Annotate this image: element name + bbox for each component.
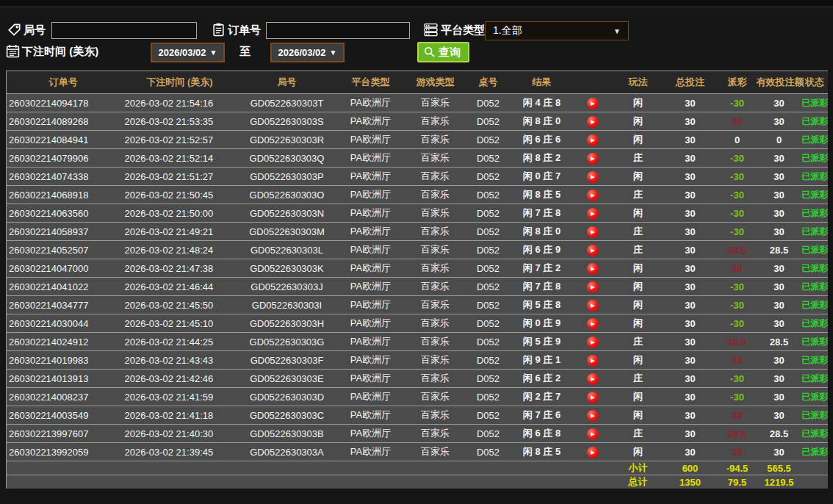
cell-game-type: 百家乐 [407,241,464,259]
cell-round: GD0522630303A [239,443,335,461]
play-video-icon[interactable]: ▶ [587,281,599,293]
play-video-icon[interactable]: ▶ [587,355,599,367]
cell-payout: 28.5 [718,333,757,351]
cell-play: 庄 [614,149,663,168]
cell-round: GD0522630303Q [239,149,335,168]
cell-table-no: D052 [464,351,513,370]
cell-platform: PA欧洲厅 [335,425,407,443]
cell-payout: -30 [718,296,757,314]
cell-bet-time: 2026-03-02 21:51:27 [120,168,239,186]
summary-valid-bet: 1219.5 [757,475,802,489]
cell-round: GD0522630303P [239,168,335,186]
cell-table-no: D052 [464,406,513,425]
round-number-input[interactable] [51,22,197,39]
bet-records-table: 订单号下注时间 (美东)局号平台类型游戏类型桌号结果玩法总投注派彩有效投注额状态… [6,71,828,489]
platform-type-label: 平台类型 [441,24,485,37]
play-video-icon[interactable]: ▶ [587,300,599,312]
cell-bet-time: 2026-03-02 21:40:30 [120,425,239,443]
cell-replay: ▶ [571,314,614,333]
column-header-platform: 平台类型 [335,71,407,94]
cell-payout: -30 [718,370,757,388]
table-row: 2603022140941782026-03-02 21:54:16GD0522… [7,94,828,112]
table-header-row: 订单号下注时间 (美东)局号平台类型游戏类型桌号结果玩法总投注派彩有效投注额状态 [7,71,828,94]
cell-replay: ▶ [571,223,614,241]
cell-payout: -30 [718,186,757,204]
cell-bet-time: 2026-03-02 21:50:00 [120,204,239,223]
cell-valid-bet: 30 [757,278,802,296]
cell-play: 庄 [614,370,663,388]
platform-type-select[interactable]: 1.全部 ▼ [485,21,629,40]
cell-platform: PA欧洲厅 [335,112,407,131]
cell-bet-time: 2026-03-02 21:52:57 [120,131,239,149]
cell-total-bet: 30 [663,406,718,425]
cell-round: GD0522630303J [239,278,335,296]
cell-valid-bet: 30 [757,314,802,333]
cell-status: 已派彩 [802,149,828,168]
cell-order: 260302214047000 [7,259,120,278]
cell-valid-bet: 30 [757,443,802,461]
cell-order: 260302214003549 [7,406,120,425]
play-video-icon[interactable]: ▶ [587,373,599,385]
play-video-icon[interactable]: ▶ [587,171,599,183]
play-video-icon[interactable]: ▶ [587,263,599,275]
cell-platform: PA欧洲厅 [335,241,407,259]
column-header-payout: 派彩 [718,71,757,94]
platform-type-icon [424,23,438,37]
cell-replay: ▶ [571,370,614,388]
filter-bar: 局号 订单号 平台类型 1.全部 ▼ 下注时间 (美东) 2026/03/02 … [0,8,833,71]
cell-bet-time: 2026-03-02 21:44:25 [120,333,239,351]
cell-round: GD0522630303E [239,370,335,388]
play-video-icon[interactable]: ▶ [587,98,599,109]
cell-play: 闲 [614,112,663,131]
column-header-game-type: 游戏类型 [407,71,464,94]
play-video-icon[interactable]: ▶ [587,336,599,348]
date-from-picker[interactable]: 2026/03/02 ▼ [151,43,225,62]
play-video-icon[interactable]: ▶ [587,245,599,256]
play-video-icon[interactable]: ▶ [587,226,599,238]
cell-replay: ▶ [571,388,614,406]
cell-replay: ▶ [571,278,614,296]
date-to-picker[interactable]: 2026/03/02 ▼ [270,43,345,62]
cell-game-type: 百家乐 [407,131,464,149]
cell-platform: PA欧洲厅 [335,351,407,370]
cell-order: 260302214068918 [7,186,120,204]
play-video-icon[interactable]: ▶ [587,134,599,146]
cell-status: 已派彩 [802,443,828,461]
search-button[interactable]: 查询 [417,42,469,62]
play-video-icon[interactable]: ▶ [587,116,599,128]
cell-total-bet: 30 [663,94,718,112]
table-row: 2603022140743382026-03-02 21:51:27GD0522… [7,168,828,186]
cell-game-type: 百家乐 [407,296,464,314]
play-video-icon[interactable]: ▶ [587,318,599,330]
cell-result: 闲 8 庄 5 [513,443,571,461]
cell-round: GD0522630303G [239,333,335,351]
cell-order: 260302214052507 [7,241,120,259]
cell-bet-time: 2026-03-02 21:42:46 [120,370,239,388]
play-video-icon[interactable]: ▶ [587,428,599,440]
cell-status: 已派彩 [802,278,828,296]
cell-total-bet: 30 [663,370,718,388]
play-video-icon[interactable]: ▶ [587,410,599,422]
cell-total-bet: 30 [663,314,718,333]
cell-platform: PA欧洲厅 [335,406,407,425]
cell-table-no: D052 [464,223,513,241]
play-video-icon[interactable]: ▶ [587,447,599,458]
cell-payout: -30 [718,388,757,406]
play-video-icon[interactable]: ▶ [587,208,599,220]
cell-valid-bet: 30 [757,168,802,186]
cell-status: 已派彩 [802,314,828,333]
cell-bet-time: 2026-03-02 21:43:43 [120,351,239,370]
cell-game-type: 百家乐 [407,112,464,131]
cell-play: 闲 [614,168,663,186]
cell-round: GD0522630303O [239,186,335,204]
play-video-icon[interactable]: ▶ [587,190,599,201]
play-video-icon[interactable]: ▶ [587,392,599,403]
cell-game-type: 百家乐 [407,223,464,241]
cell-bet-time: 2026-03-02 21:41:59 [120,388,239,406]
play-video-icon[interactable]: ▶ [587,153,599,165]
cell-play: 闲 [614,351,663,370]
order-number-input[interactable] [266,22,410,39]
table-row: 2603022140139132026-03-02 21:42:46GD0522… [7,370,828,388]
cell-game-type: 百家乐 [407,314,464,333]
cell-valid-bet: 30 [757,388,802,406]
